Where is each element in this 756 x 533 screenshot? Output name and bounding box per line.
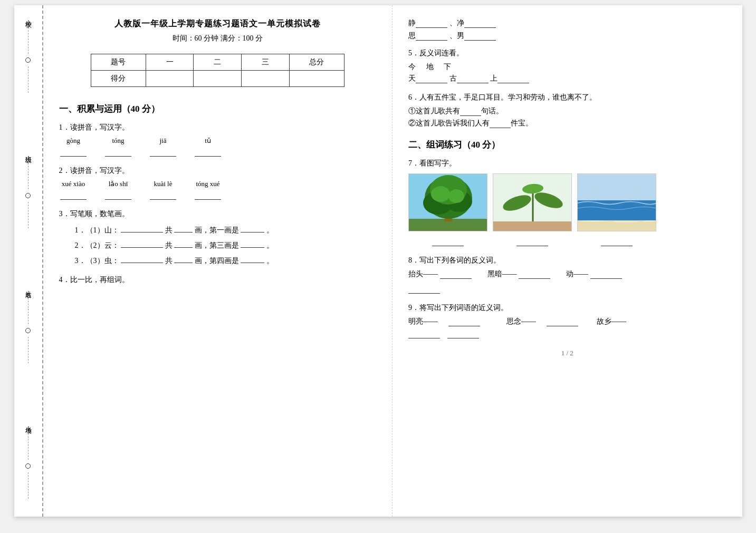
q3-item-1: 1．（1）山： 共 画，第一画是 。: [75, 223, 377, 235]
q3-end-2: 。: [266, 241, 274, 249]
q3-stroke-blank-1b[interactable]: [174, 223, 193, 232]
score-header-3: 三: [242, 54, 290, 71]
q2-answer-2[interactable]: [105, 190, 131, 200]
q3-stroke-blank-3c[interactable]: [241, 254, 264, 263]
q8-antonym-row: 抬头—— 黑暗—— 动——: [408, 269, 726, 279]
q3-stroke-blank-3b[interactable]: [174, 254, 193, 263]
question-6: 6．人有五件宝，手足口耳目。学习和劳动，谁也离不了。 ①这首儿歌共有句话。 ②这…: [408, 93, 726, 128]
q2-answer-4[interactable]: [195, 190, 221, 200]
q3-item-3: 3．（3）虫： 共 画，第四画是 。: [75, 254, 377, 266]
q3-stroke-items: 1．（1）山： 共 画，第一画是 。 2．（2）云： 共 画，第三画是: [75, 223, 377, 266]
q3-label-1a: 共: [165, 226, 173, 234]
q1-item-1: gòng: [59, 137, 88, 157]
q7-label-2: [493, 237, 572, 246]
q7-labels-row: [408, 237, 726, 246]
q8-blank-3[interactable]: [590, 269, 622, 279]
q1-title: 1．读拼音，写汉字。: [59, 123, 377, 132]
score-val-3[interactable]: [242, 71, 290, 87]
q9-second-row: [408, 329, 726, 338]
svg-point-8: [448, 189, 464, 203]
school-label: 学校：: [24, 16, 33, 24]
examroom-label-section: 考场：: [17, 422, 40, 501]
main-content: 人教版一年级上学期专题练习题语文一单元模拟试卷 时间：60 分钟 满分：100 …: [43, 5, 742, 517]
q1-pinyin-4: tǔ: [205, 137, 211, 145]
q7-answer-3[interactable]: [601, 237, 633, 246]
q2-pinyin-2: lǎo shī: [109, 180, 128, 188]
section1-header: 一、积累与运用（40 分）: [59, 103, 377, 115]
q3-stroke-blank-1c[interactable]: [241, 223, 264, 232]
q3-stroke-blank-2b[interactable]: [174, 238, 193, 248]
q4-blank-1[interactable]: [416, 18, 447, 28]
q5-line2: 天 古 上: [408, 74, 726, 83]
q3-end-1: 。: [266, 226, 274, 234]
q1-answer-2[interactable]: [105, 147, 131, 157]
question-9: 9．将写出下列词语的近义词。 明亮—— 思念—— 故乡——: [408, 303, 726, 338]
q3-num-3: 3．（3）虫：: [75, 257, 119, 265]
exam-title: 人教版一年级上学期专题练习题语文一单元模拟试卷: [59, 18, 377, 30]
q8-word-2: 黑暗——: [487, 270, 517, 278]
q3-stroke-blank-2a[interactable]: [121, 238, 163, 248]
name-label: 姓名：: [24, 286, 33, 294]
q1-answer-4[interactable]: [195, 147, 221, 157]
school-label-section: 学校：: [17, 16, 40, 95]
q5-blank-1[interactable]: [416, 74, 447, 83]
q8-item-3: 动——: [566, 269, 622, 279]
q4-blank-2[interactable]: [464, 18, 496, 28]
dot3: [25, 328, 31, 333]
q1-answer-3[interactable]: [150, 147, 176, 157]
score-val-1[interactable]: [146, 71, 194, 87]
q5-blank-2[interactable]: [457, 74, 489, 83]
q7-title: 7．看图写字。: [408, 159, 726, 168]
q2-answer-3[interactable]: [150, 190, 176, 200]
right-panel: 静 、净 思 、男 5．反义词连看。 今 地 下 天 古 上: [393, 5, 742, 517]
q4-title: 4．比一比，再组词。: [59, 275, 377, 285]
q9-blank-3a[interactable]: [408, 329, 440, 338]
q9-blank-1[interactable]: [448, 317, 480, 326]
q7-image-2: [493, 173, 572, 231]
q7-answer-1[interactable]: [432, 237, 464, 246]
q8-item-1: 抬头——: [408, 269, 472, 279]
q3-label-3b: 画，第四画是: [195, 257, 239, 265]
dot1: [25, 57, 31, 63]
q2-pinyin-4: tóng xué: [196, 180, 219, 188]
q8-word-3: 动——: [566, 270, 588, 278]
score-header-title: 题号: [91, 54, 146, 71]
q3-stroke-blank-1a[interactable]: [121, 223, 163, 232]
class-label: 班级：: [24, 151, 33, 159]
q7-answer-2[interactable]: [516, 237, 548, 246]
q8-blank-extra[interactable]: [408, 284, 440, 294]
q8-blank-1[interactable]: [440, 269, 472, 279]
question-3: 3．写笔顺，数笔画。 1．（1）山： 共 画，第一画是 。 2．（2）云：: [59, 209, 377, 266]
dot2: [25, 193, 31, 198]
question-5: 5．反义词连看。 今 地 下 天 古 上: [408, 49, 726, 83]
q2-pinyin-3: kuài lè: [154, 180, 172, 188]
score-val-total[interactable]: [289, 71, 344, 87]
q1-answer-1[interactable]: [60, 147, 87, 157]
q2-answer-1[interactable]: [60, 190, 87, 200]
q3-stroke-blank-2c[interactable]: [241, 238, 264, 248]
q4-blank-4[interactable]: [464, 31, 496, 41]
score-val-2[interactable]: [194, 71, 242, 87]
q4-group1-line2: 思 、男: [408, 31, 726, 41]
q2-pinyin-1: xué xiào: [62, 180, 85, 188]
q7-images-row: [408, 173, 726, 231]
q3-stroke-blank-3a[interactable]: [121, 254, 163, 263]
q6-blank-1[interactable]: [460, 106, 481, 116]
q4-blank-3[interactable]: [416, 31, 447, 41]
q8-item-2: 黑暗——: [487, 269, 551, 279]
q7-label-1: [408, 237, 487, 246]
question-4: 4．比一比，再组词。: [59, 275, 377, 285]
q8-blank-2[interactable]: [519, 269, 550, 279]
q9-blank-2[interactable]: [547, 317, 578, 326]
q9-blank-3b[interactable]: [447, 329, 479, 338]
q6-sub1: ①这首儿歌共有句话。: [408, 106, 726, 116]
q6-blank-2[interactable]: [490, 119, 511, 128]
q5-blank-3[interactable]: [497, 74, 529, 83]
q2-item-4: tóng xué: [194, 180, 223, 200]
q3-label-3a: 共: [165, 257, 173, 265]
svg-rect-14: [493, 221, 572, 231]
q1-pinyin-1: gòng: [66, 137, 80, 145]
page-number: 1 / 2: [408, 349, 726, 357]
q1-item-3: jiā: [149, 137, 178, 157]
q6-title: 6．人有五件宝，手足口耳目。学习和劳动，谁也离不了。: [408, 93, 726, 102]
